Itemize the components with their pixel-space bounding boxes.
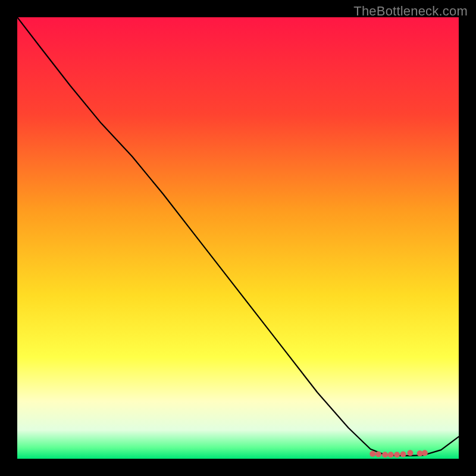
chart-plot-area	[17, 17, 459, 459]
chart-background	[17, 17, 459, 459]
chart-marker	[400, 452, 406, 458]
chart-marker	[388, 452, 394, 458]
chart-marker	[422, 450, 428, 456]
chart-marker	[407, 450, 413, 456]
chart-marker	[369, 451, 375, 457]
chart-marker	[382, 452, 388, 458]
chart-marker	[394, 452, 400, 458]
chart-marker	[375, 452, 381, 458]
